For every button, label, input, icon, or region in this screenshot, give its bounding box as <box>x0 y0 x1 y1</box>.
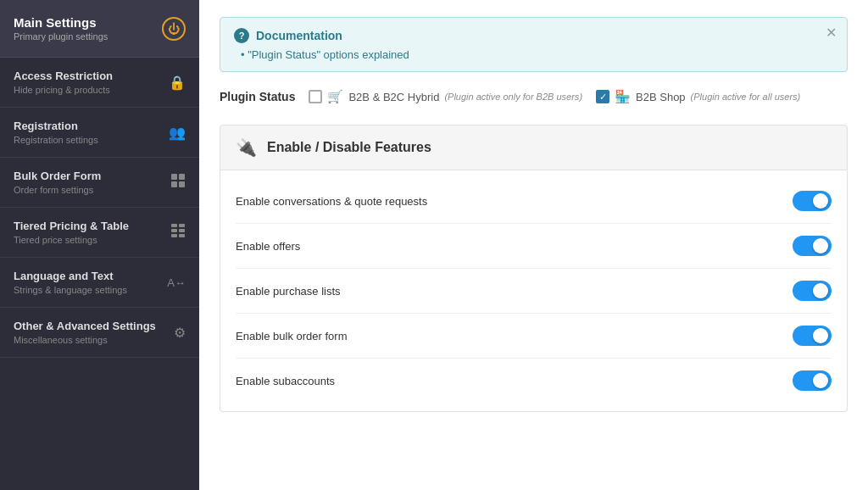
sidebar-item-sublabel: Order form settings <box>14 185 101 195</box>
feature-row-bulk-order: Enable bulk order form <box>236 314 832 359</box>
sidebar-item-tiered-pricing[interactable]: Tiered Pricing & Table Tiered price sett… <box>0 208 199 258</box>
b2b-shop-sublabel: (Plugin active for all users) <box>691 92 801 102</box>
users-icon: 👥 <box>169 125 186 141</box>
doc-link-item: "Plugin Status" options explained <box>241 48 833 61</box>
features-body: Enable conversations & quote requests En… <box>220 170 848 412</box>
documentation-links: "Plugin Status" options explained <box>234 48 833 61</box>
sidebar-subtitle: Primary plugin settings <box>14 31 108 42</box>
plugin-status-row: Plugin Status 🛒 B2B & B2C Hybrid (Plugin… <box>220 89 848 104</box>
features-title: Enable / Disable Features <box>267 140 431 155</box>
toggle-conversations[interactable] <box>793 191 832 211</box>
toggle-subaccounts[interactable] <box>793 370 832 391</box>
svg-rect-0 <box>171 174 177 180</box>
sidebar-item-sublabel: Strings & language settings <box>14 285 127 295</box>
toggle-bulk-order[interactable] <box>793 326 832 346</box>
svg-rect-5 <box>179 224 185 227</box>
feature-label: Enable conversations & quote requests <box>236 195 427 208</box>
sidebar-item-sublabel: Miscellaneous settings <box>14 335 156 345</box>
question-icon: ? <box>234 28 249 43</box>
power-button[interactable]: ⏻ <box>162 17 186 41</box>
doc-link[interactable]: "Plugin Status" options explained <box>248 48 409 61</box>
plugin-status-label: Plugin Status <box>220 90 295 103</box>
feature-row-purchase-lists: Enable purchase lists <box>236 269 832 314</box>
close-button[interactable]: ✕ <box>826 26 837 40</box>
svg-rect-4 <box>171 224 177 227</box>
b2b-b2c-option[interactable]: 🛒 B2B & B2C Hybrid (Plugin active only f… <box>309 89 582 104</box>
b2b-shop-label: B2B Shop <box>636 91 686 103</box>
grid-icon <box>170 223 186 242</box>
table-icon <box>170 173 186 192</box>
cart-icon: 🛒 <box>327 89 343 104</box>
sidebar-header: Main Settings Primary plugin settings ⏻ <box>0 0 199 58</box>
svg-rect-3 <box>179 181 185 187</box>
features-header: 🔌 Enable / Disable Features <box>220 125 848 170</box>
sidebar-item-access-restriction[interactable]: Access Restriction Hide pricing & produc… <box>0 58 199 108</box>
plug-icon: 🔌 <box>236 137 257 158</box>
sidebar-item-label: Registration <box>14 120 98 132</box>
b2b-shop-option[interactable]: ✓ 🏪 B2B Shop (Plugin active for all user… <box>596 89 800 104</box>
sidebar: Main Settings Primary plugin settings ⏻ … <box>0 0 199 490</box>
svg-rect-9 <box>179 234 185 237</box>
lock-icon: 🔒 <box>169 75 186 91</box>
sidebar-item-label: Language and Text <box>14 270 127 282</box>
svg-rect-7 <box>179 229 185 232</box>
feature-label: Enable purchase lists <box>236 285 341 298</box>
sidebar-item-label: Other & Advanced Settings <box>14 320 156 332</box>
b2b-b2c-label: B2B & B2C Hybrid <box>348 91 439 103</box>
toggle-purchase-lists[interactable] <box>793 281 832 301</box>
toggle-offers[interactable] <box>793 236 832 256</box>
sidebar-item-bulk-order-form[interactable]: Bulk Order Form Order form settings <box>0 158 199 208</box>
svg-rect-2 <box>171 181 177 187</box>
sidebar-title: Main Settings <box>14 15 108 30</box>
feature-row-conversations: Enable conversations & quote requests <box>236 179 832 224</box>
gear-icon: ⚙ <box>174 325 186 341</box>
sidebar-item-language-text[interactable]: Language and Text Strings & language set… <box>0 258 199 308</box>
feature-label: Enable subaccounts <box>236 375 335 387</box>
feature-label: Enable offers <box>236 240 300 253</box>
feature-row-offers: Enable offers <box>236 224 832 269</box>
b2b-cart-icon: 🏪 <box>615 89 631 104</box>
features-section: 🔌 Enable / Disable Features Enable conve… <box>220 125 848 412</box>
main-content: ? Documentation "Plugin Status" options … <box>199 0 868 490</box>
sidebar-item-sublabel: Hide pricing & products <box>14 85 113 95</box>
language-icon: A↔ <box>167 276 186 289</box>
sidebar-item-other-advanced[interactable]: Other & Advanced Settings Miscellaneous … <box>0 308 199 358</box>
sidebar-item-label: Bulk Order Form <box>14 170 101 182</box>
feature-label: Enable bulk order form <box>236 330 348 342</box>
documentation-box: ? Documentation "Plugin Status" options … <box>220 17 848 72</box>
svg-rect-6 <box>171 229 177 232</box>
b2b-b2c-sublabel: (Plugin active only for B2B users) <box>444 92 582 102</box>
documentation-title: Documentation <box>256 29 342 42</box>
sidebar-item-label: Access Restriction <box>14 70 113 82</box>
b2b-shop-checkbox[interactable]: ✓ <box>596 90 609 103</box>
sidebar-item-registration[interactable]: Registration Registration settings 👥 <box>0 108 199 158</box>
svg-rect-8 <box>171 234 177 237</box>
b2b-b2c-checkbox[interactable] <box>309 90 322 103</box>
sidebar-item-sublabel: Tiered price settings <box>14 235 129 245</box>
sidebar-item-sublabel: Registration settings <box>14 135 98 145</box>
sidebar-item-label: Tiered Pricing & Table <box>14 220 129 232</box>
svg-rect-1 <box>179 174 185 180</box>
feature-row-subaccounts: Enable subaccounts <box>236 359 832 403</box>
